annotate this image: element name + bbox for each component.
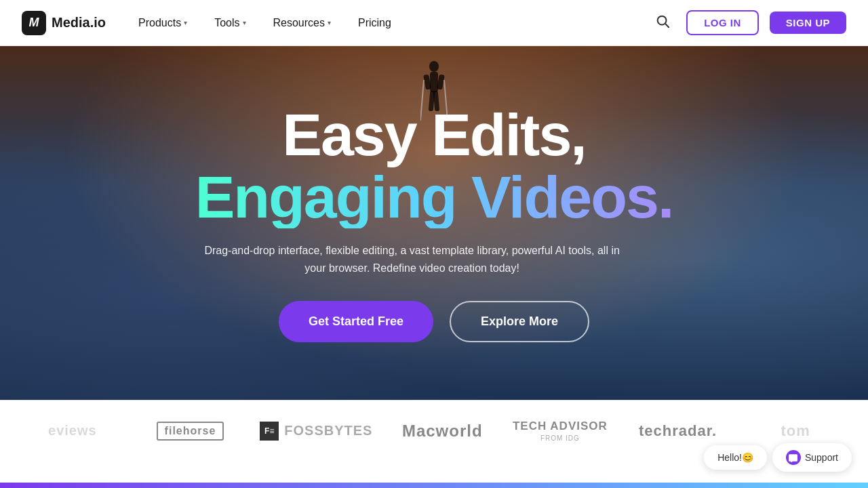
support-button[interactable]: Support xyxy=(772,443,852,472)
nav-items: Products ▾ Tools ▾ Resources ▾ Pricing xyxy=(127,12,650,35)
logo-fossbytes: F≡ FOSSBYTES xyxy=(249,422,383,441)
svg-point-0 xyxy=(658,16,667,25)
svg-point-2 xyxy=(429,61,439,72)
svg-rect-3 xyxy=(430,72,438,92)
nav-item-products[interactable]: Products ▾ xyxy=(127,12,198,35)
explore-more-button[interactable]: Explore More xyxy=(450,301,589,342)
chat-widget: Hello!😊 Support xyxy=(704,443,852,472)
logo-tom: tom xyxy=(736,422,854,440)
support-label: Support xyxy=(805,452,838,463)
navbar: M Media.io Products ▾ Tools ▾ Resources … xyxy=(0,0,868,46)
hero-title-line1: Easy Edits, xyxy=(195,104,673,166)
logo-techradar: techradar. xyxy=(619,422,737,440)
logo-link[interactable]: M Media.io xyxy=(22,11,106,35)
chevron-down-icon: ▾ xyxy=(184,19,187,26)
nav-item-resources[interactable]: Resources ▾ xyxy=(262,12,342,35)
svg-line-1 xyxy=(666,24,669,28)
hero-subtitle: Drag-and-drop interface, flexible editin… xyxy=(195,242,629,277)
signup-button[interactable]: SIGN UP xyxy=(770,12,846,34)
logo-reviews: eviews xyxy=(14,423,132,439)
search-button[interactable] xyxy=(650,8,675,37)
fossbytes-icon: F≡ xyxy=(260,422,279,441)
chevron-down-icon: ▾ xyxy=(328,19,331,26)
hero-buttons: Get Started Free Explore More xyxy=(195,301,673,342)
search-icon xyxy=(655,14,670,28)
brand-name: Media.io xyxy=(52,15,106,30)
get-started-button[interactable]: Get Started Free xyxy=(279,301,433,342)
logo-icon: M xyxy=(22,11,46,35)
nav-item-tools[interactable]: Tools ▾ xyxy=(203,12,256,35)
hero-title-line2: Engaging Videos. xyxy=(195,166,673,228)
support-chat-icon xyxy=(786,450,801,465)
chevron-down-icon: ▾ xyxy=(243,19,246,26)
logo-macworld: Macworld xyxy=(383,422,501,441)
hello-bubble: Hello!😊 xyxy=(704,445,767,470)
bottom-accent-line xyxy=(0,483,868,488)
logo-filehorse: filehorse xyxy=(132,422,250,441)
hero-content: Easy Edits, Engaging Videos. Drag-and-dr… xyxy=(168,104,701,343)
hero-section: Easy Edits, Engaging Videos. Drag-and-dr… xyxy=(0,46,868,400)
login-button[interactable]: LOG IN xyxy=(686,10,759,35)
nav-item-pricing[interactable]: Pricing xyxy=(347,12,402,35)
hello-label: Hello!😊 xyxy=(717,452,753,463)
nav-right: LOG IN SIGN UP xyxy=(650,8,846,37)
logo-tech-advisor: TECH ADVISOR FROM IDG xyxy=(501,420,619,442)
